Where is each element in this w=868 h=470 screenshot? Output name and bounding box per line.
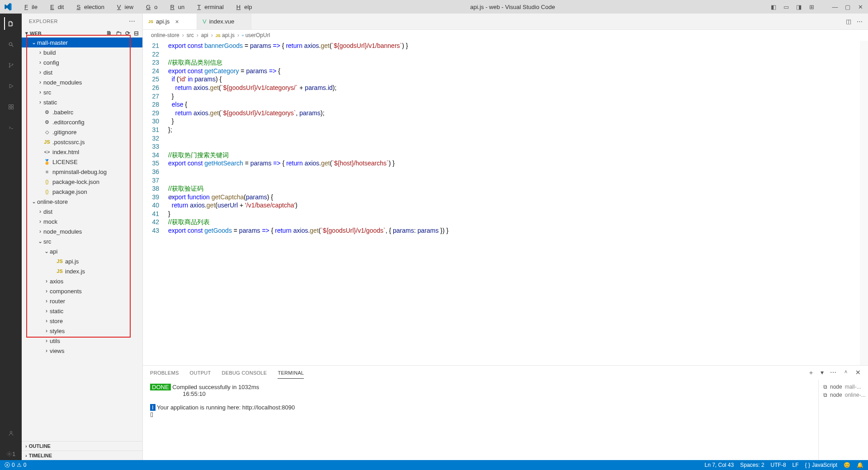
- new-folder-icon[interactable]: 🗀: [116, 30, 122, 37]
- tree-item[interactable]: ›static: [22, 97, 142, 107]
- chevron-icon: ›: [43, 328, 50, 334]
- tree-item[interactable]: ›node_modules: [22, 77, 142, 87]
- collapse-icon[interactable]: ⊟: [134, 30, 139, 37]
- menu-help[interactable]: Help: [229, 3, 256, 11]
- outline-section[interactable]: ›OUTLINE: [22, 441, 142, 451]
- breadcrumb-item[interactable]: api: [201, 32, 208, 38]
- breadcrumb-item[interactable]: ▫ userOpUrl: [242, 32, 270, 38]
- minimap[interactable]: [860, 41, 868, 365]
- tree-item[interactable]: ›components: [22, 286, 142, 296]
- editor-tab[interactable]: JSapi.js×: [143, 14, 197, 29]
- tree-item[interactable]: ›static: [22, 306, 142, 316]
- panel-right-icon[interactable]: ◨: [795, 4, 803, 10]
- account-activity[interactable]: [5, 427, 17, 439]
- tree-item[interactable]: ›src: [22, 87, 142, 97]
- timeline-section[interactable]: ›TIMELINE: [22, 451, 142, 460]
- tree-item[interactable]: ›dist: [22, 207, 142, 216]
- layout-grid-icon[interactable]: ⊞: [807, 4, 816, 10]
- menu-terminal[interactable]: Terminal: [190, 3, 227, 11]
- menu-file[interactable]: File: [17, 3, 41, 11]
- new-file-icon[interactable]: 🗎: [106, 30, 112, 37]
- tree-item[interactable]: ⌄src: [22, 236, 142, 246]
- close-button[interactable]: ✕: [856, 4, 864, 10]
- menu-run[interactable]: Run: [163, 3, 188, 11]
- tree-item[interactable]: ⌄mall-master: [22, 38, 142, 47]
- tree-item[interactable]: ◇.gitignore: [22, 127, 142, 137]
- tree-item[interactable]: ≡npminstall-debug.log: [22, 167, 142, 177]
- workspace-header[interactable]: ▾ WEB 🗎 🗀 ⟳ ⊟: [22, 29, 142, 38]
- tree-item[interactable]: ›dist: [22, 67, 142, 77]
- tree-item[interactable]: ›views: [22, 346, 142, 356]
- code-content[interactable]: export const bannerGoods = params => { r…: [168, 41, 860, 365]
- breadcrumb-item[interactable]: JS api.js: [216, 32, 235, 38]
- terminal-split-icon[interactable]: ▾: [821, 369, 824, 377]
- breadcrumb[interactable]: online-store›src›api›JS api.js›▫ userOpU…: [143, 30, 868, 41]
- close-tab-icon[interactable]: ×: [175, 18, 179, 25]
- menu-go[interactable]: Go: [139, 3, 161, 11]
- tree-label: axios: [50, 278, 63, 285]
- tree-item[interactable]: ›node_modules: [22, 226, 142, 236]
- tree-item[interactable]: ›store: [22, 316, 142, 326]
- panel-bottom-icon[interactable]: ▭: [782, 4, 790, 10]
- tree-item[interactable]: ›router: [22, 296, 142, 306]
- terminal-output[interactable]: DONE Compiled successfully in 1032ms 16:…: [143, 380, 818, 460]
- tree-item[interactable]: ⚙.babelrc: [22, 107, 142, 117]
- status-errors[interactable]: ⓧ 0 ⚠ 0: [5, 461, 26, 469]
- code-lens-icon[interactable]: ⚙ ▾: [168, 194, 177, 200]
- tree-item[interactable]: ›styles: [22, 326, 142, 336]
- tree-item[interactable]: ›build: [22, 47, 142, 57]
- close-panel-icon[interactable]: ✕: [855, 369, 861, 377]
- terminal-shell[interactable]: ⧉node mall-...: [821, 383, 865, 391]
- minimize-button[interactable]: —: [831, 4, 839, 10]
- tree-item[interactable]: ›mock: [22, 216, 142, 226]
- breadcrumb-item[interactable]: online-store: [151, 32, 179, 38]
- terminal-shell[interactable]: ⧉node online-...: [821, 391, 865, 399]
- panel-tab[interactable]: PROBLEMS: [150, 367, 179, 378]
- panel-tab[interactable]: TERMINAL: [278, 367, 304, 379]
- tree-item[interactable]: ⌄online-store: [22, 197, 142, 207]
- explorer-more-icon[interactable]: ⋯: [129, 18, 136, 25]
- tree-item[interactable]: ⚙.editorconfig: [22, 117, 142, 127]
- menu-edit[interactable]: Edit: [43, 3, 67, 11]
- tree-item[interactable]: JSindex.js: [22, 266, 142, 276]
- panel-left-icon[interactable]: ◧: [769, 4, 778, 10]
- split-editor-icon[interactable]: ◫: [846, 18, 851, 25]
- menu-selection[interactable]: Selection: [69, 3, 108, 11]
- status-language[interactable]: { } JavaScript: [805, 462, 837, 468]
- breadcrumb-item[interactable]: src: [187, 32, 194, 38]
- editor-more-icon[interactable]: ⋯: [857, 18, 863, 25]
- settings-activity[interactable]: 1: [5, 447, 17, 460]
- status-eol[interactable]: LF: [793, 462, 799, 468]
- editor-tab[interactable]: Vindex.vue: [197, 14, 251, 29]
- terminal-more-icon[interactable]: ⋯: [830, 369, 836, 377]
- status-indent[interactable]: Spaces: 2: [740, 462, 764, 468]
- maximize-panel-icon[interactable]: ＾: [843, 369, 849, 377]
- panel-tab[interactable]: DEBUG CONSOLE: [222, 367, 267, 378]
- explorer-activity[interactable]: [4, 17, 17, 30]
- tree-item[interactable]: JSapi.js: [22, 256, 142, 266]
- tree-item[interactable]: <>index.html: [22, 147, 142, 157]
- new-terminal-icon[interactable]: ＋: [808, 369, 814, 377]
- tree-item[interactable]: ›axios: [22, 276, 142, 286]
- extensions-activity[interactable]: [5, 100, 17, 113]
- tree-item[interactable]: 🏅LICENSE: [22, 157, 142, 167]
- tree-item[interactable]: ›utils: [22, 336, 142, 346]
- panel-tab[interactable]: OUTPUT: [190, 367, 211, 378]
- tree-item[interactable]: {}package-lock.json: [22, 177, 142, 187]
- status-feedback-icon[interactable]: 😊: [844, 462, 850, 468]
- remote-activity[interactable]: [5, 121, 17, 134]
- code-editor[interactable]: 2122232425262728293031323334353637383940…: [143, 41, 868, 365]
- debug-activity[interactable]: [5, 80, 17, 92]
- search-activity[interactable]: [5, 38, 17, 51]
- tree-item[interactable]: JS.postcssrc.js: [22, 137, 142, 147]
- status-encoding[interactable]: UTF-8: [771, 462, 786, 468]
- maximize-button[interactable]: ▢: [844, 4, 852, 10]
- status-bell-icon[interactable]: 🔔: [857, 462, 863, 468]
- tree-item[interactable]: ›config: [22, 57, 142, 67]
- scm-activity[interactable]: [5, 59, 17, 71]
- refresh-icon[interactable]: ⟳: [125, 30, 130, 37]
- tree-item[interactable]: ⌄api: [22, 246, 142, 256]
- menu-view[interactable]: View: [110, 3, 137, 11]
- status-lncol[interactable]: Ln 7, Col 43: [705, 462, 734, 468]
- tree-item[interactable]: {}package.json: [22, 187, 142, 197]
